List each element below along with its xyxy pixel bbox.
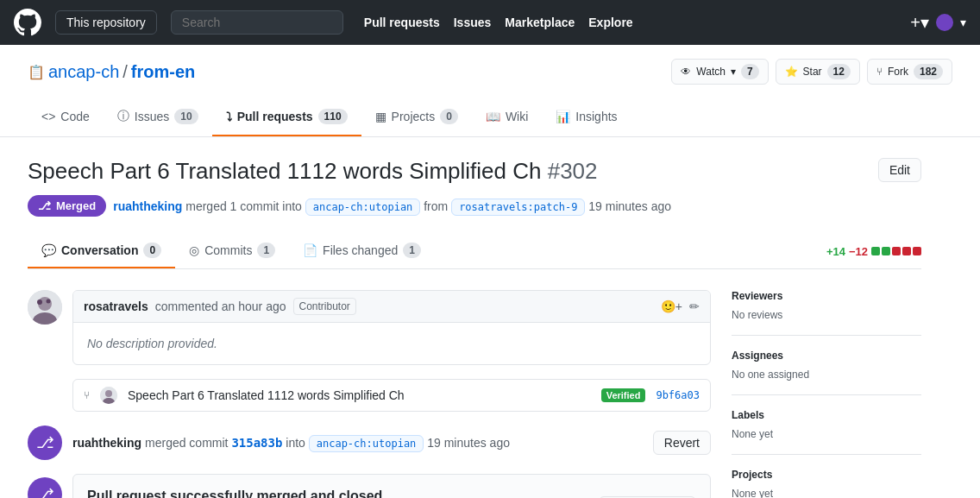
star-count: 12 (827, 64, 851, 79)
tab-insights-label: Insights (575, 110, 617, 123)
more-options-icon[interactable]: ✏ (689, 299, 700, 313)
merge-event-icon: ⎇ (28, 426, 62, 460)
star-button[interactable]: ⭐ Star 12 (776, 59, 860, 85)
assignees-value: No one assigned (732, 369, 921, 381)
pull-requests-nav-link[interactable]: Pull requests (364, 16, 440, 29)
repo-owner-link[interactable]: ancap-ch (48, 62, 119, 82)
repo-name-link[interactable]: from-en (131, 62, 195, 82)
sidebar-labels: Labels None yet (732, 409, 921, 455)
pr-number: #302 (548, 158, 598, 184)
pr-time: 19 minutes ago (588, 199, 671, 213)
tab-projects[interactable]: ▦ Projects 0 (361, 98, 472, 136)
commit-avatar-image (100, 387, 117, 404)
comment-time: commented an hour ago (155, 299, 286, 313)
pr-tab-files-changed[interactable]: 📄 Files changed 1 (289, 234, 435, 268)
commit-hash-link[interactable]: 9bf6a03 (656, 389, 700, 401)
react-icon[interactable]: 🙂+ (661, 299, 682, 313)
avatar-caret[interactable]: ▾ (960, 16, 966, 29)
this-repo-button[interactable]: This repository (55, 10, 157, 35)
comment-header: rosatravels commented an hour ago Contri… (73, 291, 710, 323)
tab-issues-label: Issues (135, 110, 169, 123)
tab-code-label: Code (60, 110, 89, 123)
merged-label: Merged (56, 199, 96, 212)
github-logo-icon[interactable] (14, 9, 41, 36)
reviewers-heading: Reviewers (732, 290, 921, 302)
pr-body-area: rosatravels commented an hour ago Contri… (28, 290, 921, 498)
pr-sidebar: Reviewers No reviews Assignees No one as… (732, 290, 921, 498)
marketplace-nav-link[interactable]: Marketplace (505, 16, 575, 29)
merge-icon: ⎇ (38, 199, 51, 212)
pr-title: Speech Part 6 Translated 1112 words Simp… (28, 158, 598, 185)
comment-card: rosatravels commented an hour ago Contri… (72, 290, 711, 365)
tab-issues[interactable]: ⓘ Issues 10 (104, 98, 212, 136)
comment-header-actions: 🙂+ ✏ (661, 299, 700, 313)
projects-count: 0 (440, 109, 458, 124)
repo-icon: 📋 (28, 64, 45, 80)
watch-button[interactable]: 👁 Watch ▾ 7 (671, 59, 768, 85)
tab-pull-requests[interactable]: ⤵ Pull requests 110 (212, 98, 361, 136)
issue-icon: ⓘ (117, 109, 129, 124)
issues-count: 10 (174, 109, 198, 124)
merge-event-row: ⎇ ruahtheking merged commit 315a83b into… (28, 426, 711, 460)
tab-insights[interactable]: 📊 Insights (542, 98, 631, 136)
merge-target-branch[interactable]: ancap-ch:utopian (309, 435, 424, 452)
avatar[interactable] (936, 14, 953, 31)
watch-label: Watch (696, 66, 726, 78)
comment-content: No description provided. (73, 323, 710, 364)
fork-button[interactable]: ⑂ Fork 182 (867, 59, 952, 85)
merge-time: 19 minutes ago (427, 436, 510, 450)
pr-title-row: Speech Part 6 Translated 1112 words Simp… (28, 158, 921, 185)
pr-author-link[interactable]: ruahtheking (113, 199, 182, 213)
eye-icon: 👁 (681, 66, 691, 78)
revert-button[interactable]: Revert (653, 431, 711, 455)
assignees-heading: Assignees (732, 350, 921, 362)
merge-success-icon: ⎇ (28, 477, 62, 498)
tab-code[interactable]: <> Code (28, 98, 104, 136)
merged-badge: ⎇ Merged (28, 195, 106, 217)
repo-tabs: <> Code ⓘ Issues 10 ⤵ Pull requests 110 … (28, 98, 952, 136)
watch-caret-icon: ▾ (731, 66, 736, 78)
fork-count: 182 (914, 64, 943, 79)
pr-meta: ⎇ Merged ruahtheking merged 1 commit int… (28, 195, 921, 217)
issues-nav-link[interactable]: Issues (454, 16, 492, 29)
commits-icon: ◎ (189, 243, 199, 257)
star-label: Star (803, 66, 822, 78)
star-icon: ⭐ (785, 66, 798, 78)
files-icon: 📄 (303, 243, 317, 257)
top-navbar: This repository Pull requests Issues Mar… (0, 0, 980, 45)
files-label: Files changed (323, 243, 398, 257)
search-input[interactable] (171, 10, 343, 35)
merge-text: ruahtheking merged commit 315a83b into a… (72, 436, 510, 450)
head-branch-tag[interactable]: rosatravels:patch-9 (451, 199, 585, 216)
commit-message: Speech Part 6 Translated 1112 words Simp… (128, 388, 591, 402)
comment-author[interactable]: rosatravels (84, 299, 148, 313)
watch-count: 7 (741, 64, 759, 79)
diff-bar-4 (902, 247, 911, 255)
fork-label: Fork (888, 66, 908, 78)
diff-bar-1 (871, 247, 880, 255)
edit-button[interactable]: Edit (878, 158, 921, 182)
commits-label: Commits (204, 243, 252, 257)
base-branch-tag[interactable]: ancap-ch:utopian (305, 199, 421, 216)
merge-success-text: Pull request successfully merged and clo… (87, 489, 483, 498)
pr-title-text: Speech Part 6 Translated 1112 words Simp… (28, 158, 541, 184)
merge-success-box: ⎇ Pull request successfully merged and c… (28, 474, 711, 498)
diff-stat: +14 −12 (826, 236, 921, 267)
deletions-count: −12 (849, 245, 868, 258)
additions-count: +14 (826, 245, 845, 258)
tab-wiki-label: Wiki (506, 110, 528, 123)
insights-icon: 📊 (556, 110, 570, 123)
pr-tabs-bar: 💬 Conversation 0 ◎ Commits 1 📄 Files cha… (28, 234, 921, 269)
nav-right-actions: +▾ ▾ (910, 12, 966, 33)
tab-wiki[interactable]: 📖 Wiki (472, 98, 542, 136)
pr-tab-conversation[interactable]: 💬 Conversation 0 (28, 234, 175, 268)
merge-author-link[interactable]: ruahtheking (72, 436, 141, 450)
pr-count: 110 (318, 109, 348, 124)
merge-commit-link[interactable]: 315a83b (231, 436, 282, 450)
commit-row: ⑂ Speech Part 6 Translated 1112 words Si… (72, 379, 711, 412)
pr-tab-commits[interactable]: ◎ Commits 1 (175, 234, 289, 268)
explore-nav-link[interactable]: Explore (588, 16, 632, 29)
new-item-button[interactable]: +▾ (910, 12, 929, 33)
conversation-count: 0 (143, 243, 161, 258)
conversation-label: Conversation (61, 243, 138, 257)
